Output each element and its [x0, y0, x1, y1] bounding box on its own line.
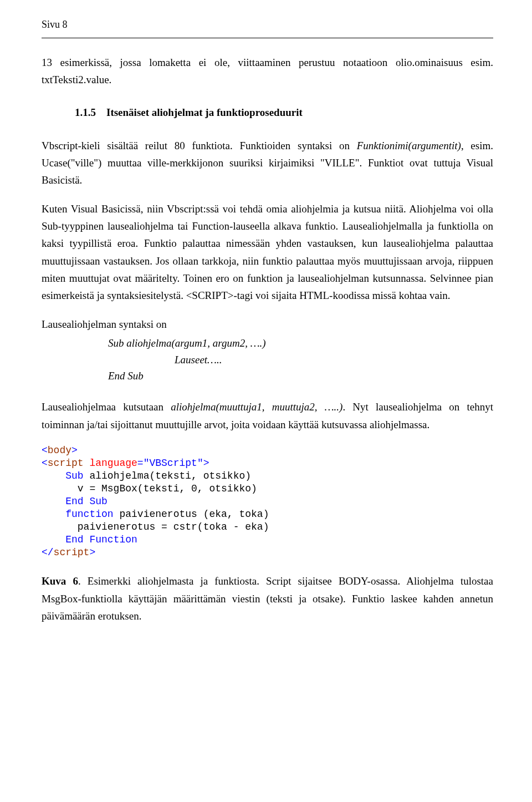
code-token: End: [42, 534, 84, 545]
section-title-text: Itsenäiset aliohjelmat ja funktioprosedu…: [106, 106, 303, 118]
code-token: body: [48, 445, 71, 456]
syntax-line: Lauseet…..: [175, 352, 493, 368]
syntax-block: Sub aliohjelma(argum1, argum2, ….) Lause…: [108, 335, 493, 384]
code-token: script: [54, 547, 90, 558]
text-run: Lausealiohjelmaa kutsutaan: [42, 401, 171, 413]
code-block: <body> <script language="VBScript"> Sub …: [42, 444, 493, 559]
code-token: function: [42, 509, 114, 520]
document-page: Sivu 8 13 esimerkissä, jossa lomaketta e…: [0, 0, 532, 802]
paragraph-funcs: Vbscript-kieli sisältää reilut 80 funkti…: [42, 137, 493, 189]
text-emphasis: Funktionimi(argumentit): [357, 140, 461, 151]
paragraph-syntax-lead: Lausealiohjelman syntaksi on: [42, 316, 493, 333]
code-token: paivienerotus = cstr(toka - eka): [42, 521, 269, 532]
header-divider: [42, 38, 493, 38]
code-token: script: [48, 458, 84, 469]
code-token: Sub: [89, 496, 107, 507]
text-run: Vbscript-kieli sisältää reilut 80 funkti…: [42, 140, 357, 151]
paragraph-intro: 13 esimerkissä, jossa lomaketta ei ole, …: [42, 54, 493, 89]
paragraph-call: Lausealiohjelmaa kutsutaan aliohjelma(mu…: [42, 398, 493, 433]
code-token: [84, 534, 90, 545]
code-token: </: [42, 547, 54, 558]
paragraph-vb: Kuten Visual Basicissä, niin Vbscript:ss…: [42, 200, 493, 304]
code-token: End: [42, 496, 84, 507]
section-number: 1.1.5: [75, 106, 96, 118]
code-token: paivienerotus (eka, toka): [114, 509, 269, 520]
caption-text: . Esimerkki aliohjelmasta ja funktiosta.…: [42, 575, 493, 622]
code-token: v = MsgBox(teksti, 0, otsikko): [42, 483, 257, 494]
code-token: [84, 458, 90, 469]
code-token: language: [89, 458, 137, 469]
caption-label: Kuva 6: [42, 575, 78, 587]
code-token: Sub: [42, 470, 84, 481]
code-token: >: [89, 547, 95, 558]
code-token: Function: [89, 534, 137, 545]
figure-caption: Kuva 6. Esimerkki aliohjelmasta ja funkt…: [42, 572, 493, 625]
text-emphasis: aliohjelma(muuttuja1, muuttuja2, …..): [171, 401, 342, 413]
code-token: <: [42, 458, 48, 469]
section-heading: 1.1.5 Itsenäiset aliohjelmat ja funktiop…: [75, 104, 493, 121]
code-token: [84, 496, 90, 507]
page-header: Sivu 8: [42, 17, 493, 33]
syntax-line: End Sub: [108, 368, 493, 384]
code-token: ="VBScript">: [137, 458, 209, 469]
syntax-line: Sub aliohjelma(argum1, argum2, ….): [108, 335, 493, 351]
code-token: aliohjelma(teksti, otsikko): [84, 470, 251, 481]
code-token: >: [71, 445, 78, 456]
code-token: <: [42, 445, 48, 456]
